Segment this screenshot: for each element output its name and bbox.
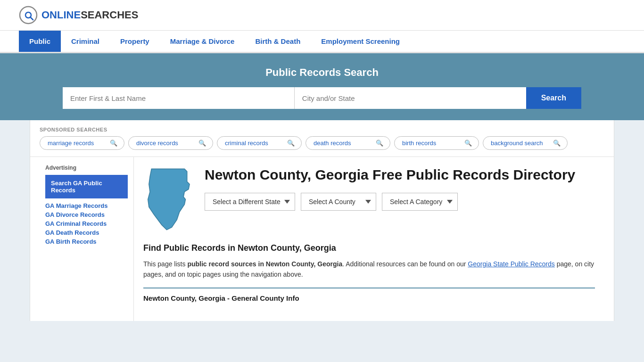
find-text-bold: public record sources in Newton County, … [187,260,342,268]
search-pills: marriage records 🔍 divorce records 🔍 cri… [40,136,604,150]
search-icon-4: 🔍 [464,140,472,147]
inner-content: Newton County, Georgia Free Public Recor… [134,157,604,312]
sponsored-bar: SPONSORED SEARCHES marriage records 🔍 di… [30,120,614,157]
find-text-part2: . Additional resources can be found on o… [342,260,468,268]
logo-text: ONLINESEARCHES [41,9,138,21]
pill-background-search[interactable]: background search 🔍 [483,136,568,150]
state-dropdown[interactable]: Select a Different State [205,193,295,211]
location-input[interactable] [295,87,526,109]
pill-birth-records[interactable]: birth records 🔍 [394,136,479,150]
search-icon-5: 🔍 [553,140,561,147]
nav-item-birth-death[interactable]: Birth & Death [245,31,311,52]
nav-item-public[interactable]: Public [19,31,61,52]
search-icon-1: 🔍 [198,140,206,147]
county-dropdown[interactable]: Select A County [301,193,376,211]
pill-criminal-label: criminal records [225,140,268,147]
sidebar-link-death[interactable]: GA Death Records [45,229,128,236]
sidebar: Advertising Search GA Public Records GA … [40,157,134,321]
search-icon-2: 🔍 [287,140,295,147]
general-info-label: Newton County, Georgia - General County … [143,294,595,302]
main-content: Newton County, Georgia Free Public Recor… [134,157,604,321]
search-icon-3: 🔍 [376,140,383,147]
header: ONLINESEARCHES [0,0,644,31]
nav-item-criminal[interactable]: Criminal [61,31,110,52]
main-nav: Public Criminal Property Marriage & Divo… [0,31,644,53]
sidebar-link-criminal[interactable]: GA Criminal Records [45,220,128,227]
section-divider [143,288,595,288]
name-input[interactable] [63,87,295,109]
search-banner-title: Public Records Search [19,66,625,79]
pill-death-records[interactable]: death records 🔍 [305,136,390,150]
pill-marriage-records[interactable]: marriage records 🔍 [40,136,124,150]
sidebar-link-marriage[interactable]: GA Marriage Records [45,202,128,209]
dropdowns-row: Select a Different State Select A County… [205,193,575,211]
sidebar-link-birth[interactable]: GA Birth Records [45,238,128,245]
pill-divorce-label: divorce records [136,140,178,147]
nav-item-property[interactable]: Property [110,31,160,52]
pill-marriage-label: marriage records [48,140,94,147]
logo-online: ONLINE [41,9,81,21]
title-block: Newton County, Georgia Free Public Recor… [205,166,575,220]
find-records-title: Find Public Records in Newton County, Ge… [143,243,595,253]
search-button[interactable]: Search [526,87,581,109]
pill-divorce-records[interactable]: divorce records 🔍 [128,136,213,150]
state-section: Newton County, Georgia Free Public Recor… [143,162,595,234]
svg-line-1 [31,17,33,20]
find-text-part1: This page lists [143,260,187,268]
nav-item-marriage-divorce[interactable]: Marriage & Divorce [160,31,245,52]
svg-point-0 [20,7,37,24]
logo-icon [19,6,38,25]
category-dropdown[interactable]: Select A Category [382,193,458,211]
sidebar-links: GA Marriage Records GA Divorce Records G… [45,202,128,245]
sponsored-label: SPONSORED SEARCHES [40,127,604,132]
georgia-state-shape [143,166,195,234]
sidebar-link-divorce[interactable]: GA Divorce Records [45,211,128,218]
nav-item-employment[interactable]: Employment Screening [311,31,410,52]
search-banner: Public Records Search Search [0,53,644,120]
sidebar-ad-block[interactable]: Search GA Public Records [45,175,128,198]
pill-criminal-records[interactable]: criminal records 🔍 [217,136,302,150]
pill-death-label: death records [314,140,351,147]
logo: ONLINESEARCHES [19,6,138,25]
advertising-label: Advertising [45,165,128,171]
logo-searches: SEARCHES [81,9,138,21]
pill-birth-label: birth records [402,140,436,147]
find-records-text: This page lists public record sources in… [143,259,595,280]
body-container: Advertising Search GA Public Records GA … [30,157,614,321]
search-form: Search [63,87,581,109]
page-title: Newton County, Georgia Free Public Recor… [205,166,575,183]
find-state-link[interactable]: Georgia State Public Records [468,260,554,268]
pill-background-label: background search [491,140,543,147]
search-icon-0: 🔍 [110,140,117,147]
